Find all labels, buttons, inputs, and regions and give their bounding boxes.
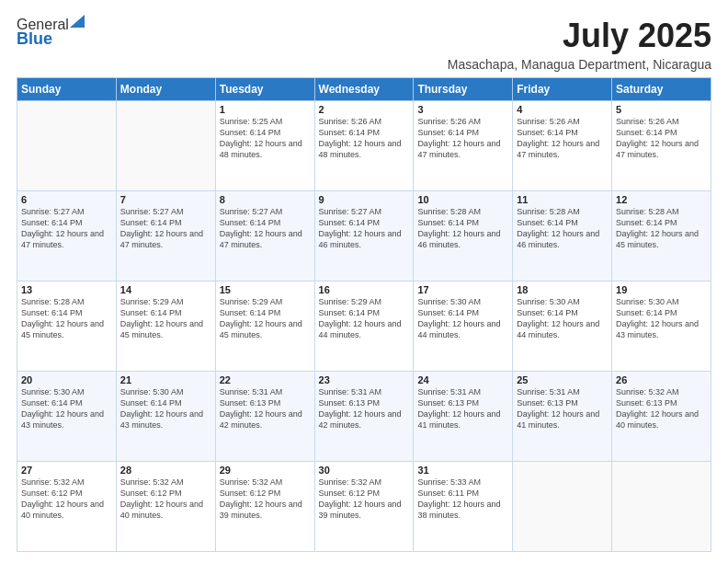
- weekday-header-saturday: Saturday: [612, 78, 711, 101]
- calendar-cell: 28Sunrise: 5:32 AM Sunset: 6:12 PM Dayli…: [116, 462, 215, 552]
- day-number: 9: [319, 194, 410, 205]
- weekday-header-monday: Monday: [116, 78, 215, 101]
- calendar-header-row: SundayMondayTuesdayWednesdayThursdayFrid…: [17, 78, 711, 101]
- calendar-cell: 27Sunrise: 5:32 AM Sunset: 6:12 PM Dayli…: [17, 462, 117, 552]
- day-info: Sunrise: 5:27 AM Sunset: 6:14 PM Dayligh…: [220, 206, 311, 251]
- calendar-week-row: 20Sunrise: 5:30 AM Sunset: 6:14 PM Dayli…: [17, 372, 711, 462]
- day-number: 4: [517, 104, 608, 115]
- day-number: 19: [616, 284, 707, 295]
- day-info: Sunrise: 5:25 AM Sunset: 6:14 PM Dayligh…: [220, 116, 311, 161]
- calendar-cell: 5Sunrise: 5:26 AM Sunset: 6:14 PM Daylig…: [612, 101, 711, 191]
- day-info: Sunrise: 5:29 AM Sunset: 6:14 PM Dayligh…: [220, 296, 311, 341]
- calendar-cell: 18Sunrise: 5:30 AM Sunset: 6:14 PM Dayli…: [513, 282, 612, 372]
- calendar-cell: 22Sunrise: 5:31 AM Sunset: 6:13 PM Dayli…: [215, 372, 314, 462]
- day-info: Sunrise: 5:29 AM Sunset: 6:14 PM Dayligh…: [120, 296, 211, 341]
- day-info: Sunrise: 5:26 AM Sunset: 6:14 PM Dayligh…: [517, 116, 608, 161]
- calendar-cell: 20Sunrise: 5:30 AM Sunset: 6:14 PM Dayli…: [17, 372, 117, 462]
- day-number: 22: [220, 374, 311, 385]
- weekday-header-sunday: Sunday: [17, 78, 117, 101]
- calendar-cell: 30Sunrise: 5:32 AM Sunset: 6:12 PM Dayli…: [314, 462, 414, 552]
- day-number: 12: [616, 194, 707, 205]
- day-info: Sunrise: 5:32 AM Sunset: 6:12 PM Dayligh…: [220, 477, 311, 522]
- logo-triangle-icon: [70, 15, 85, 28]
- day-info: Sunrise: 5:30 AM Sunset: 6:14 PM Dayligh…: [417, 296, 508, 341]
- calendar-cell: 19Sunrise: 5:30 AM Sunset: 6:14 PM Dayli…: [612, 282, 711, 372]
- day-info: Sunrise: 5:32 AM Sunset: 6:12 PM Dayligh…: [319, 477, 410, 522]
- day-info: Sunrise: 5:26 AM Sunset: 6:14 PM Dayligh…: [417, 116, 508, 161]
- calendar: SundayMondayTuesdayWednesdayThursdayFrid…: [17, 77, 711, 552]
- day-number: 23: [319, 374, 410, 385]
- day-info: Sunrise: 5:32 AM Sunset: 6:12 PM Dayligh…: [21, 477, 112, 522]
- calendar-cell: 13Sunrise: 5:28 AM Sunset: 6:14 PM Dayli…: [17, 282, 117, 372]
- calendar-cell: 25Sunrise: 5:31 AM Sunset: 6:13 PM Dayli…: [513, 372, 612, 462]
- calendar-week-row: 27Sunrise: 5:32 AM Sunset: 6:12 PM Dayli…: [17, 462, 711, 552]
- page: General Blue July 2025 Masachapa, Managu…: [0, 0, 728, 563]
- day-number: 10: [417, 194, 508, 205]
- logo: General Blue: [17, 17, 85, 49]
- calendar-cell: [612, 462, 711, 552]
- day-info: Sunrise: 5:26 AM Sunset: 6:14 PM Dayligh…: [319, 116, 410, 161]
- calendar-week-row: 6Sunrise: 5:27 AM Sunset: 6:14 PM Daylig…: [17, 191, 711, 282]
- day-number: 27: [21, 465, 112, 476]
- day-number: 16: [319, 284, 410, 295]
- day-number: 2: [319, 104, 410, 115]
- day-number: 17: [417, 284, 508, 295]
- subtitle: Masachapa, Managua Department, Nicaragua: [448, 57, 711, 72]
- day-number: 21: [120, 374, 211, 385]
- day-info: Sunrise: 5:28 AM Sunset: 6:14 PM Dayligh…: [21, 296, 112, 341]
- calendar-cell: 10Sunrise: 5:28 AM Sunset: 6:14 PM Dayli…: [414, 191, 513, 282]
- day-number: 18: [517, 284, 608, 295]
- day-info: Sunrise: 5:27 AM Sunset: 6:14 PM Dayligh…: [21, 206, 112, 251]
- day-info: Sunrise: 5:32 AM Sunset: 6:12 PM Dayligh…: [120, 477, 211, 522]
- day-number: 6: [21, 194, 112, 205]
- calendar-cell: [116, 101, 215, 191]
- weekday-header-friday: Friday: [513, 78, 612, 101]
- calendar-cell: 23Sunrise: 5:31 AM Sunset: 6:13 PM Dayli…: [314, 372, 414, 462]
- day-info: Sunrise: 5:32 AM Sunset: 6:13 PM Dayligh…: [616, 386, 707, 431]
- header: General Blue July 2025 Masachapa, Managu…: [17, 17, 711, 72]
- day-info: Sunrise: 5:31 AM Sunset: 6:13 PM Dayligh…: [517, 386, 608, 431]
- calendar-cell: 15Sunrise: 5:29 AM Sunset: 6:14 PM Dayli…: [215, 282, 314, 372]
- day-number: 13: [21, 284, 112, 295]
- calendar-cell: 9Sunrise: 5:27 AM Sunset: 6:14 PM Daylig…: [314, 191, 414, 282]
- day-number: 31: [417, 465, 508, 476]
- calendar-cell: [513, 462, 612, 552]
- day-number: 29: [220, 465, 311, 476]
- title-section: July 2025 Masachapa, Managua Department,…: [448, 17, 711, 72]
- calendar-cell: 17Sunrise: 5:30 AM Sunset: 6:14 PM Dayli…: [414, 282, 513, 372]
- calendar-cell: [17, 101, 117, 191]
- day-number: 3: [417, 104, 508, 115]
- calendar-cell: 8Sunrise: 5:27 AM Sunset: 6:14 PM Daylig…: [215, 191, 314, 282]
- calendar-cell: 6Sunrise: 5:27 AM Sunset: 6:14 PM Daylig…: [17, 191, 117, 282]
- day-info: Sunrise: 5:30 AM Sunset: 6:14 PM Dayligh…: [517, 296, 608, 341]
- day-number: 11: [517, 194, 608, 205]
- day-info: Sunrise: 5:27 AM Sunset: 6:14 PM Dayligh…: [120, 206, 211, 251]
- day-info: Sunrise: 5:28 AM Sunset: 6:14 PM Dayligh…: [417, 206, 508, 251]
- calendar-cell: 14Sunrise: 5:29 AM Sunset: 6:14 PM Dayli…: [116, 282, 215, 372]
- day-info: Sunrise: 5:30 AM Sunset: 6:14 PM Dayligh…: [21, 386, 112, 431]
- day-number: 7: [120, 194, 211, 205]
- calendar-cell: 29Sunrise: 5:32 AM Sunset: 6:12 PM Dayli…: [215, 462, 314, 552]
- day-number: 28: [120, 465, 211, 476]
- day-number: 26: [616, 374, 707, 385]
- day-number: 20: [21, 374, 112, 385]
- calendar-cell: 7Sunrise: 5:27 AM Sunset: 6:14 PM Daylig…: [116, 191, 215, 282]
- day-number: 15: [220, 284, 311, 295]
- day-number: 14: [120, 284, 211, 295]
- day-number: 8: [220, 194, 311, 205]
- calendar-cell: 24Sunrise: 5:31 AM Sunset: 6:13 PM Dayli…: [414, 372, 513, 462]
- day-info: Sunrise: 5:27 AM Sunset: 6:14 PM Dayligh…: [319, 206, 410, 251]
- weekday-header-tuesday: Tuesday: [215, 78, 314, 101]
- calendar-week-row: 13Sunrise: 5:28 AM Sunset: 6:14 PM Dayli…: [17, 282, 711, 372]
- day-number: 30: [319, 465, 410, 476]
- logo-blue-text: Blue: [17, 29, 52, 49]
- calendar-cell: 31Sunrise: 5:33 AM Sunset: 6:11 PM Dayli…: [414, 462, 513, 552]
- day-info: Sunrise: 5:28 AM Sunset: 6:14 PM Dayligh…: [517, 206, 608, 251]
- day-number: 1: [220, 104, 311, 115]
- weekday-header-thursday: Thursday: [414, 78, 513, 101]
- calendar-cell: 16Sunrise: 5:29 AM Sunset: 6:14 PM Dayli…: [314, 282, 414, 372]
- day-info: Sunrise: 5:33 AM Sunset: 6:11 PM Dayligh…: [417, 477, 508, 522]
- svg-marker-0: [70, 15, 85, 28]
- calendar-cell: 11Sunrise: 5:28 AM Sunset: 6:14 PM Dayli…: [513, 191, 612, 282]
- day-info: Sunrise: 5:31 AM Sunset: 6:13 PM Dayligh…: [417, 386, 508, 431]
